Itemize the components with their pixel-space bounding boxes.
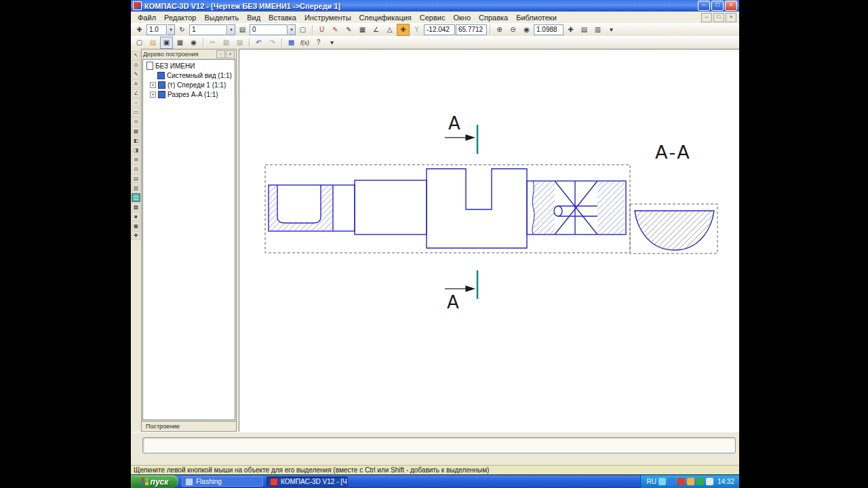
side-tool-button[interactable]: ◎ — [132, 60, 140, 69]
side-tool-button[interactable]: ▦ — [132, 127, 140, 136]
menu-item[interactable]: Спецификация — [355, 13, 416, 22]
toolbar-options-button[interactable]: ▾ — [605, 24, 618, 36]
chevron-down-icon[interactable]: ▾ — [228, 24, 235, 35]
undo-button[interactable]: ↶ — [252, 37, 265, 49]
side-tool-button[interactable]: ▤ — [132, 174, 140, 183]
copy-button[interactable]: ▧ — [220, 37, 233, 49]
side-tool-button[interactable]: ◨ — [132, 146, 140, 155]
tree-item-front-view[interactable]: + (т) Спереди 1 (1:1) — [143, 80, 235, 89]
snap-settings-button[interactable]: ✚ — [397, 24, 410, 36]
menu-item[interactable]: Редактор — [160, 13, 200, 22]
menu-item[interactable]: Сервис — [416, 13, 450, 22]
menu-item[interactable]: Инструменты — [300, 13, 355, 22]
cut-button[interactable]: ✂ — [206, 37, 219, 49]
tray-icon[interactable] — [706, 478, 713, 485]
side-tool-button[interactable]: ↖ — [132, 51, 140, 60]
context-help-button[interactable]: ? — [312, 37, 325, 49]
tree-item-section-view[interactable]: + Разрез А-А (1:1) — [143, 89, 235, 99]
menu-item[interactable]: Окно — [449, 13, 475, 22]
magnet-snap-button[interactable]: U — [315, 24, 328, 36]
drawing-canvas[interactable]: А А А-А — [239, 49, 740, 431]
tree-root-item[interactable]: БЕЗ ИМЕНИ — [143, 61, 235, 70]
property-bar-field[interactable] — [142, 437, 736, 453]
expand-icon[interactable]: + — [150, 92, 156, 98]
side-tool-button[interactable]: ▥ — [132, 184, 140, 192]
side-tool-button[interactable]: ✎ — [132, 70, 140, 79]
move-view-button[interactable]: ✚ — [133, 24, 146, 36]
redo-button[interactable]: ↷ — [266, 37, 279, 49]
close-button[interactable]: × — [725, 1, 737, 11]
chevron-down-icon[interactable]: ▾ — [167, 24, 175, 35]
current-layer-select[interactable]: 0 — [250, 24, 288, 35]
tab-construction[interactable]: Построение — [142, 421, 236, 431]
menu-item[interactable]: Файл — [134, 13, 160, 22]
restore-button[interactable]: □ — [711, 1, 724, 11]
close-panel-button[interactable]: × — [226, 50, 235, 58]
coord-x-field[interactable]: -12.042 — [424, 24, 455, 35]
drawing-area[interactable]: А А А-А — [239, 49, 739, 432]
language-indicator[interactable]: RU — [647, 478, 656, 485]
start-button[interactable]: пуск — [131, 475, 178, 488]
shaft-front-view[interactable] — [269, 169, 626, 248]
open-folder-icon[interactable]: ▤ — [146, 37, 159, 49]
menu-item[interactable]: Вставка — [264, 13, 300, 22]
new-document-button[interactable]: ▢ — [133, 37, 146, 49]
side-tool-button[interactable]: ▩ — [132, 203, 140, 211]
grid-button[interactable]: ▦ — [356, 24, 369, 36]
show-page-button[interactable]: ▤ — [578, 24, 591, 36]
variables-button[interactable]: f(x) — [298, 37, 311, 49]
tray-icon[interactable] — [668, 478, 675, 485]
taskbar-task-flashing[interactable]: Flashing — [182, 476, 263, 487]
menu-item[interactable]: Вид — [243, 13, 264, 22]
side-tool-button[interactable]: A — [132, 79, 140, 88]
zoom-out-button[interactable]: ⊖ — [507, 24, 519, 36]
mdi-close-button[interactable]: × — [726, 13, 736, 22]
zoom-in-button[interactable]: ⊕ — [493, 24, 506, 36]
side-tool-button[interactable]: ▭ — [132, 108, 140, 117]
side-tool-button[interactable]: ⊟ — [132, 165, 140, 174]
side-tool-button[interactable]: ✚ — [132, 231, 140, 240]
side-tool-button[interactable]: ◫ — [132, 193, 140, 202]
side-tool-button[interactable]: ∠ — [132, 89, 140, 98]
coord-mode-button[interactable]: Y — [410, 24, 423, 36]
section-view-a-a[interactable]: А-А — [635, 142, 714, 250]
coord-y-field[interactable]: 65.7712 — [456, 24, 487, 35]
show-all-button[interactable]: ▥ — [591, 24, 604, 36]
tray-icon[interactable] — [687, 478, 694, 485]
paste-button[interactable]: ▨ — [233, 37, 246, 49]
side-tool-button[interactable]: ⊞ — [132, 155, 140, 164]
local-csys-button[interactable]: ∠ — [370, 24, 382, 36]
pan-button[interactable]: ✚ — [564, 24, 577, 36]
zoom-area-button[interactable]: ◉ — [520, 24, 533, 36]
layers-button[interactable]: ▤ — [236, 24, 249, 36]
side-tool-button[interactable]: ▣ — [132, 222, 140, 230]
side-tool-button[interactable]: ◧ — [132, 136, 140, 145]
menu-item[interactable]: Выделить — [200, 13, 243, 22]
pin-panel-button[interactable]: ▫ — [216, 50, 225, 58]
tray-icon[interactable] — [696, 478, 704, 485]
section-profile[interactable] — [635, 211, 714, 250]
pencil-icon[interactable]: ✎ — [329, 24, 342, 36]
side-tool-button[interactable]: ⊙ — [132, 117, 140, 126]
refresh-view-button[interactable]: ↻ — [176, 24, 189, 36]
mdi-minimize-button[interactable]: – — [701, 13, 712, 22]
tree-item-system-view[interactable]: Системный вид (1:1) — [143, 70, 235, 80]
tray-icon[interactable] — [677, 478, 685, 485]
save-button[interactable]: ▣ — [160, 37, 173, 49]
mid-step-outline[interactable] — [355, 180, 427, 235]
mdi-restore-button[interactable]: □ — [713, 13, 724, 22]
menu-item[interactable]: Библиотеки — [512, 13, 561, 22]
side-tool-button[interactable]: ■ — [132, 212, 140, 221]
print-button[interactable]: ▦ — [174, 37, 186, 49]
measure-button[interactable]: △ — [383, 24, 396, 36]
sheet-button[interactable]: ▢ — [296, 24, 309, 36]
side-tool-button[interactable]: ○ — [132, 98, 140, 107]
current-view-select[interactable]: 1 — [189, 24, 227, 35]
zoom-value-field[interactable]: 1.0988 — [534, 24, 564, 35]
expand-icon[interactable]: + — [150, 82, 156, 88]
menu-item[interactable]: Справка — [475, 13, 512, 22]
tray-icon[interactable] — [658, 478, 666, 485]
chevron-down-icon[interactable]: ▾ — [288, 24, 296, 35]
taskbar-task-kompas[interactable]: КОМПАС-3D V12 - [Ч... — [267, 476, 348, 487]
minimize-button[interactable]: – — [698, 1, 710, 11]
